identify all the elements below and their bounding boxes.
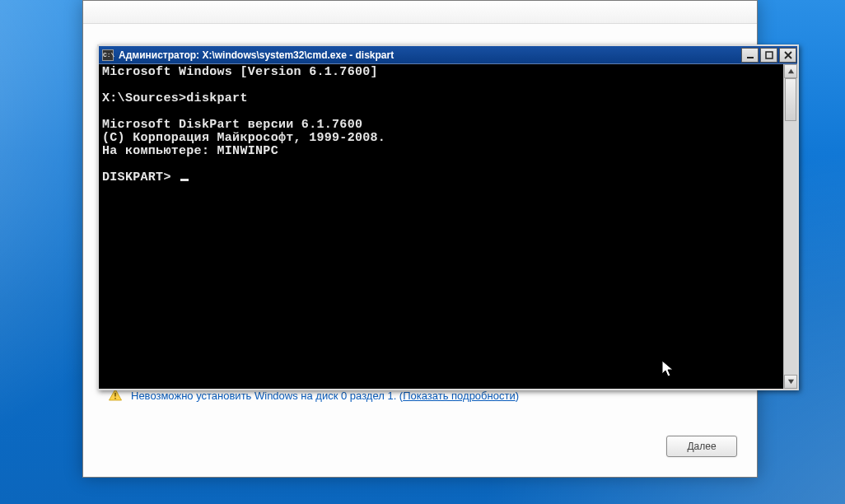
cmd-output[interactable]: Microsoft Windows [Version 6.1.7600] X:\…	[99, 64, 783, 389]
cmd-titlebar[interactable]: C:\ Администратор: X:\windows\system32\c…	[99, 46, 797, 64]
close-button[interactable]	[779, 48, 796, 63]
install-warning-suffix: )	[516, 390, 519, 402]
next-button[interactable]: Далее	[666, 436, 737, 457]
cmd-client-area: Microsoft Windows [Version 6.1.7600] X:\…	[99, 64, 797, 389]
cmd-line: (C) Корпорация Майкрософт, 1999-2008.	[102, 131, 385, 145]
svg-rect-2	[747, 57, 754, 58]
cmd-window-title: Администратор: X:\windows\system32\cmd.e…	[119, 49, 740, 61]
scrollbar-track[interactable]	[784, 78, 797, 375]
scrollbar-thumb[interactable]	[785, 78, 796, 121]
svg-rect-0	[114, 393, 116, 397]
cmd-vertical-scrollbar[interactable]	[783, 64, 797, 389]
cmd-icon: C:\	[102, 49, 114, 61]
maximize-button[interactable]	[760, 48, 777, 63]
cmd-window-buttons	[740, 46, 797, 63]
installer-window-titlebar[interactable]	[83, 1, 757, 24]
cmd-line: X:\Sources>diskpart	[102, 91, 248, 105]
next-button-label: Далее	[687, 441, 716, 452]
svg-rect-1	[114, 398, 116, 399]
install-warning-prefix: Невозможно установить Windows на диск 0 …	[131, 390, 403, 402]
cmd-cursor	[180, 179, 189, 181]
scrollbar-up-arrow[interactable]	[784, 64, 797, 78]
cmd-line: На компьютере: MINWINPC	[102, 144, 278, 158]
svg-rect-3	[766, 52, 773, 58]
cmd-line: Microsoft DiskPart версии 6.1.7600	[102, 118, 362, 132]
minimize-button[interactable]	[741, 48, 759, 63]
cmd-window: C:\ Администратор: X:\windows\system32\c…	[97, 44, 799, 390]
install-warning-text: Невозможно установить Windows на диск 0 …	[131, 390, 519, 402]
install-warning-details-link[interactable]: Показать подробности	[403, 390, 515, 402]
cmd-prompt: DISKPART>	[102, 170, 179, 184]
scrollbar-down-arrow[interactable]	[784, 375, 797, 389]
cmd-line: Microsoft Windows [Version 6.1.7600]	[102, 65, 378, 79]
